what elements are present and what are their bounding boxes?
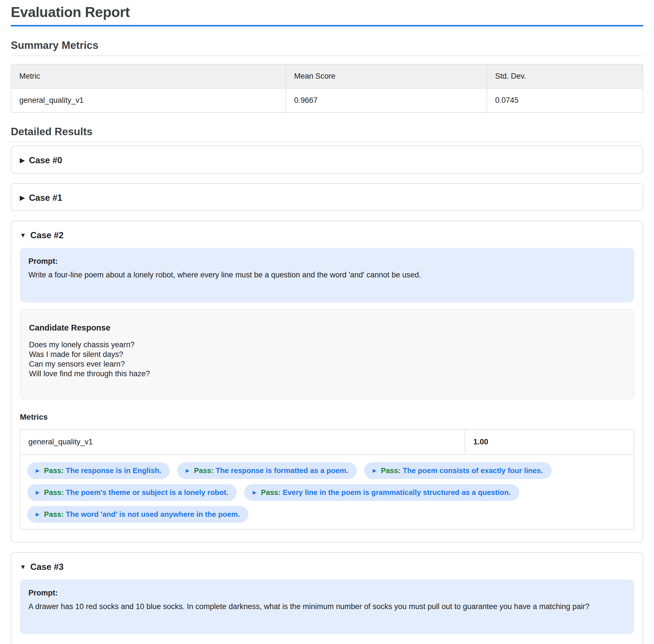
pass-label: Pass bbox=[44, 488, 61, 497]
case-label-3: Case #3 bbox=[30, 562, 64, 572]
badge-triangle-icon: ▶ bbox=[36, 468, 40, 473]
page-title: Evaluation Report bbox=[11, 4, 643, 26]
case-body-3: Prompt: A drawer has 10 red socks and 10… bbox=[18, 579, 636, 644]
summary-cell-std-dev: 0.0745 bbox=[487, 88, 643, 112]
pass-colon: : bbox=[278, 488, 281, 497]
prompt-label: Prompt: bbox=[28, 588, 626, 598]
case-card-2: ▼ Case #2 Prompt: Write a four-line poem… bbox=[11, 221, 643, 543]
disclosure-expanded-icon: ▼ bbox=[20, 564, 26, 570]
disclosure-expanded-icon: ▼ bbox=[20, 232, 26, 238]
pass-badge[interactable]: ▶ Pass: Every line in the poem is gramma… bbox=[244, 484, 519, 501]
check-description: The poem's theme or subject is a lonely … bbox=[66, 488, 229, 497]
badge-triangle-icon: ▶ bbox=[36, 490, 40, 495]
pass-badge[interactable]: ▶ Pass: The poem's theme or subject is a… bbox=[27, 484, 237, 501]
prompt-label: Prompt: bbox=[28, 256, 626, 266]
case-checks-row: ▶ Pass: The response is in English. ▶ Pa… bbox=[20, 455, 634, 529]
prompt-box: Prompt: Write a four-line poem about a l… bbox=[20, 248, 634, 302]
pass-badge[interactable]: ▶ Pass: The response is formatted as a p… bbox=[177, 462, 356, 479]
response-line: Was I made for silent days? bbox=[29, 349, 625, 359]
summary-metrics-heading: Summary Metrics bbox=[11, 40, 643, 56]
badge-triangle-icon: ▶ bbox=[373, 468, 376, 473]
summary-metrics-table: Metric Mean Score Std. Dev. general_qual… bbox=[11, 64, 643, 113]
pass-colon: : bbox=[398, 466, 401, 475]
case-label-0: Case #0 bbox=[29, 155, 62, 165]
summary-cell-mean-score: 0.9667 bbox=[286, 88, 487, 112]
prompt-text: A drawer has 10 red socks and 10 blue so… bbox=[28, 602, 626, 611]
case-label-1: Case #1 bbox=[29, 193, 62, 203]
checks-container: ▶ Pass: The response is in English. ▶ Pa… bbox=[20, 455, 634, 529]
disclosure-collapsed-icon: ▶ bbox=[20, 157, 25, 164]
pass-colon: : bbox=[61, 466, 64, 475]
case-metrics-table: general_quality_v1 1.00 ▶ Pass: The resp… bbox=[20, 429, 634, 530]
badge-triangle-icon: ▶ bbox=[36, 512, 40, 517]
pass-label: Pass bbox=[381, 466, 398, 475]
candidate-response-heading: Candidate Response bbox=[29, 323, 625, 332]
check-description: The response is in English. bbox=[66, 466, 162, 475]
summary-table-header-row: Metric Mean Score Std. Dev. bbox=[11, 64, 643, 88]
check-description: The word 'and' is not used anywhere in t… bbox=[66, 510, 240, 519]
check-description: Every line in the poem is grammatically … bbox=[283, 488, 511, 497]
case-summary-3[interactable]: ▼ Case #3 bbox=[18, 553, 636, 579]
case-label-2: Case #2 bbox=[30, 230, 64, 240]
check-description: The response is formatted as a poem. bbox=[216, 466, 348, 475]
badge-row: ▶ Pass: The word 'and' is not used anywh… bbox=[27, 506, 627, 523]
case-metric-row: general_quality_v1 1.00 bbox=[20, 429, 634, 455]
summary-header-mean-score: Mean Score bbox=[286, 64, 487, 88]
case-card-3: ▼ Case #3 Prompt: A drawer has 10 red so… bbox=[11, 552, 643, 644]
response-line: Will love find me through this haze? bbox=[29, 369, 625, 378]
case-list: ▶ Case #0 ▶ Case #1 ▼ Case #2 Prompt: Wr… bbox=[11, 146, 643, 644]
badge-triangle-icon: ▶ bbox=[253, 490, 256, 495]
case-summary-2[interactable]: ▼ Case #2 bbox=[18, 221, 636, 248]
case-metric-name: general_quality_v1 bbox=[20, 429, 465, 455]
case-summary-1[interactable]: ▶ Case #1 bbox=[18, 184, 636, 210]
check-description: The poem consists of exactly four lines. bbox=[403, 466, 543, 475]
summary-table-row: general_quality_v1 0.9667 0.0745 bbox=[11, 88, 643, 112]
candidate-response-box: Candidate Response Does my lonely chassi… bbox=[20, 309, 634, 399]
pass-badge[interactable]: ▶ Pass: The word 'and' is not used anywh… bbox=[27, 506, 248, 523]
case-body-2: Prompt: Write a four-line poem about a l… bbox=[18, 248, 636, 542]
disclosure-collapsed-icon: ▶ bbox=[20, 195, 25, 201]
prompt-text: Write a four-line poem about a lonely ro… bbox=[28, 270, 626, 280]
pass-label: Pass bbox=[261, 488, 278, 497]
case-metric-score: 1.00 bbox=[465, 429, 634, 455]
pass-badge[interactable]: ▶ Pass: The response is in English. bbox=[27, 462, 170, 479]
pass-colon: : bbox=[61, 510, 64, 519]
case-metrics-heading: Metrics bbox=[20, 413, 634, 422]
pass-colon: : bbox=[61, 488, 64, 497]
summary-header-metric: Metric bbox=[11, 64, 286, 88]
pass-label: Pass bbox=[44, 510, 61, 519]
case-card-0: ▶ Case #0 bbox=[11, 146, 643, 174]
pass-colon: : bbox=[211, 466, 214, 475]
evaluation-report-page: Evaluation Report Summary Metrics Metric… bbox=[0, 0, 654, 644]
badge-row: ▶ Pass: The poem's theme or subject is a… bbox=[27, 484, 627, 501]
badge-row: ▶ Pass: The response is in English. ▶ Pa… bbox=[27, 462, 627, 479]
summary-header-std-dev: Std. Dev. bbox=[487, 64, 643, 88]
response-line: Does my lonely chassis yearn? bbox=[29, 340, 625, 349]
pass-label: Pass bbox=[194, 466, 211, 475]
case-summary-0[interactable]: ▶ Case #0 bbox=[18, 146, 636, 173]
detailed-results-heading: Detailed Results bbox=[11, 126, 643, 142]
badge-triangle-icon: ▶ bbox=[186, 468, 189, 473]
prompt-box: Prompt: A drawer has 10 red socks and 10… bbox=[20, 579, 634, 634]
pass-label: Pass bbox=[44, 466, 61, 475]
response-line: Can my sensors ever learn? bbox=[29, 359, 625, 369]
case-card-1: ▶ Case #1 bbox=[11, 183, 643, 211]
summary-cell-metric-name: general_quality_v1 bbox=[11, 88, 286, 112]
pass-badge[interactable]: ▶ Pass: The poem consists of exactly fou… bbox=[364, 462, 552, 479]
